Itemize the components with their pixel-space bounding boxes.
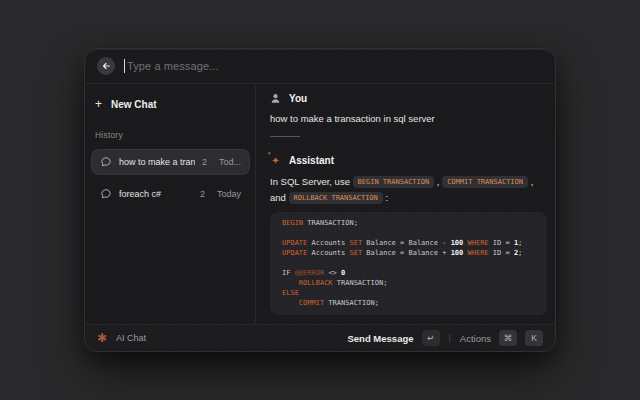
inline-code-chip: BEGIN TRANSACTION	[353, 176, 435, 188]
back-arrow-icon	[101, 61, 111, 71]
code-line: ROLLBACK TRANSACTION;	[282, 278, 535, 288]
sql-code-block: BEGIN TRANSACTION; UPDATE Accounts SET B…	[270, 212, 547, 315]
code-line: BEGIN TRANSACTION;	[282, 218, 535, 228]
app-name: AI Chat	[116, 333, 146, 343]
sparkle-icon: ✦✦	[270, 155, 281, 166]
k-key-icon: K	[525, 330, 543, 346]
statusbar-divider: |	[448, 333, 452, 343]
message-divider	[270, 136, 300, 137]
assistant-label: Assistant	[289, 155, 334, 166]
history-item-count: 2	[202, 157, 207, 167]
actions-button[interactable]: Actions	[460, 333, 491, 344]
history-section-label: History	[95, 130, 250, 140]
code-line	[282, 258, 535, 268]
code-line: IF @@ERROR <> 0	[282, 268, 535, 278]
user-label: You	[289, 93, 307, 104]
chat-bubble-icon	[100, 156, 112, 168]
status-bar: ✱ AI Chat Send Message ↵ | Actions ⌘ K	[85, 324, 555, 351]
history-item-date: Tod...	[219, 157, 241, 167]
history-item[interactable]: foreach c#2Today	[91, 181, 250, 207]
assistant-message-header: ✦✦ Assistant	[270, 154, 547, 166]
history-list: how to make a transa...2Tod...foreach c#…	[91, 149, 250, 213]
code-line: ELSE	[282, 288, 535, 298]
code-line: UPDATE Accounts SET Balance = Balance + …	[282, 248, 535, 258]
back-button[interactable]	[97, 57, 115, 75]
message-input[interactable]: Type a message...	[124, 49, 543, 83]
code-line	[282, 228, 535, 238]
user-message-text: how to make a transaction in sql server	[270, 113, 547, 124]
code-line: COMMIT TRANSACTION;	[282, 298, 535, 308]
new-chat-button[interactable]: + New Chat	[95, 95, 250, 113]
app-logo-icon: ✱	[97, 332, 107, 344]
inline-code-chip: COMMIT TRANSACTION	[442, 176, 528, 188]
assistant-intro-text: In SQL Server, use BEGIN TRANSACTION , C…	[270, 174, 547, 206]
code-line: UPDATE Accounts SET Balance = Balance - …	[282, 238, 535, 248]
history-item[interactable]: how to make a transa...2Tod...	[91, 149, 250, 175]
send-message-button[interactable]: Send Message	[348, 333, 414, 344]
ai-chat-window: Type a message... + New Chat History how…	[84, 48, 556, 352]
history-item-date: Today	[217, 189, 241, 199]
new-chat-label: New Chat	[111, 99, 157, 110]
user-message-header: You	[270, 92, 547, 104]
chat-transcript: You how to make a transaction in sql ser…	[256, 84, 555, 324]
message-input-placeholder: Type a message...	[127, 60, 219, 72]
history-item-count: 2	[200, 189, 205, 199]
chat-bubble-icon	[100, 188, 112, 200]
history-item-title: foreach c#	[119, 189, 193, 199]
message-input-bar: Type a message...	[85, 49, 555, 84]
inline-code-chip: ROLLBACK TRANSACTION	[289, 192, 383, 204]
user-avatar-icon	[270, 93, 281, 104]
plus-icon: +	[95, 98, 102, 110]
text-caret	[124, 59, 125, 73]
sidebar: + New Chat History how to make a transa.…	[85, 84, 256, 324]
enter-key-icon: ↵	[422, 330, 440, 346]
command-key-icon: ⌘	[499, 330, 517, 346]
history-item-title: how to make a transa...	[119, 157, 195, 167]
